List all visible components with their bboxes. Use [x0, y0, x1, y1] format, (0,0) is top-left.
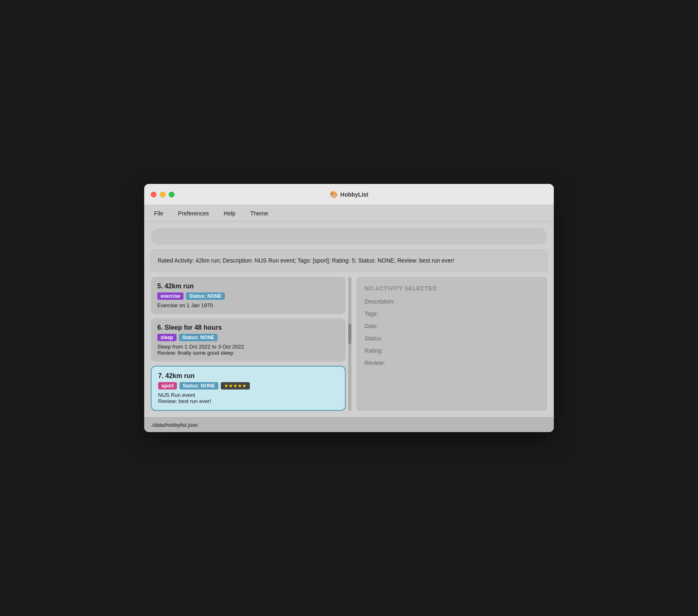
detail-status: Status:	[365, 335, 539, 342]
close-button[interactable]	[151, 192, 156, 197]
detail-review: Review:	[365, 360, 539, 366]
activity-title-6: 6. Sleep for 48 hours	[157, 324, 339, 331]
main-window: 🎨 HobbyList File Preferences Help Theme …	[144, 184, 554, 432]
status-6: Status: NONE	[179, 334, 218, 341]
tags-row-7: sport Status: NONE ★★★★★	[158, 382, 338, 390]
tags-row-6: sleep Status: NONE	[157, 334, 339, 341]
menu-bar: File Preferences Help Theme	[144, 205, 554, 222]
status-5: Status: NONE	[186, 292, 225, 300]
activity-list: 5. 42km run exercise Status: NONE Exerci…	[151, 277, 351, 411]
menu-file[interactable]: File	[151, 208, 167, 218]
main-content: Rated Activity: 42km run; Description: N…	[144, 222, 554, 417]
tag-sleep-6: sleep	[157, 334, 177, 341]
rating-7: ★★★★★	[221, 382, 250, 390]
detail-panel: NO ACTIVITY SELECTED Description: Tags: …	[356, 277, 547, 411]
activity-desc-7: NUS Run event	[158, 392, 338, 398]
scrollbar-thumb[interactable]	[348, 324, 351, 344]
window-title: 🎨 HobbyList	[330, 190, 368, 199]
list-scroll-container: 5. 42km run exercise Status: NONE Exerci…	[151, 277, 351, 411]
detail-rating: Rating:	[365, 347, 539, 354]
traffic-lights	[151, 192, 174, 197]
content-area: 5. 42km run exercise Status: NONE Exerci…	[151, 277, 547, 411]
detail-date: Date:	[365, 323, 539, 329]
activity-date-5: Exercise on 1 Jan 1970	[157, 302, 339, 308]
activity-title-5: 5. 42km run	[157, 283, 339, 290]
menu-help[interactable]: Help	[220, 208, 239, 218]
search-input[interactable]	[157, 233, 541, 240]
status-bar: ./data/hobbylist.json	[144, 417, 554, 432]
tag-sport-7: sport	[158, 382, 177, 390]
activity-card-6[interactable]: 6. Sleep for 48 hours sleep Status: NONE…	[151, 318, 346, 362]
detail-description: Description:	[365, 298, 539, 305]
activity-date-6: Sleep from 1 Oct 2022 to 3 Oct 2022	[157, 344, 339, 350]
activity-card-7[interactable]: 7. 42km run sport Status: NONE ★★★★★ NUS…	[151, 366, 346, 411]
title-bar: 🎨 HobbyList	[144, 184, 554, 205]
scrollbar-track	[348, 277, 351, 411]
menu-preferences[interactable]: Preferences	[175, 208, 212, 218]
status-7: Status: NONE	[179, 382, 218, 390]
activity-review-7: Review: best run ever!	[158, 398, 338, 404]
search-bar	[151, 228, 547, 245]
menu-theme[interactable]: Theme	[247, 208, 272, 218]
tags-row-5: exercise Status: NONE	[157, 292, 339, 300]
output-box: Rated Activity: 42km run; Description: N…	[151, 249, 547, 272]
minimize-button[interactable]	[160, 192, 165, 197]
status-text: ./data/hobbylist.json	[151, 422, 198, 428]
maximize-button[interactable]	[169, 192, 174, 197]
output-text: Rated Activity: 42km run; Description: N…	[158, 257, 454, 264]
app-title: HobbyList	[340, 191, 368, 198]
detail-tags: Tags:	[365, 310, 539, 317]
no-selection-label: NO ACTIVITY SELECTED	[365, 285, 539, 292]
activity-title-7: 7. 42km run	[158, 372, 338, 380]
activity-review-6: Review: finally some good sleep	[157, 350, 339, 356]
app-icon: 🎨	[330, 190, 338, 199]
tag-exercise-5: exercise	[157, 292, 184, 300]
activity-card-5[interactable]: 5. 42km run exercise Status: NONE Exerci…	[151, 277, 346, 314]
